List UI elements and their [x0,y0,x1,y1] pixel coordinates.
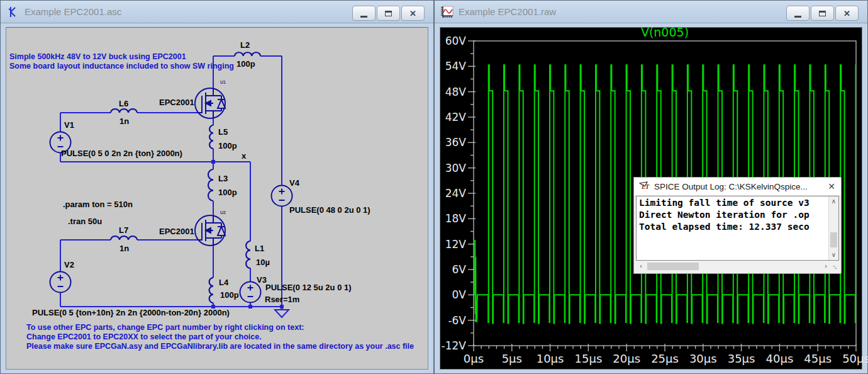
svg-text:LT: LT [641,183,650,190]
waveform-titlebar[interactable]: Example EPC2001.raw ✕ [435,1,867,23]
vertical-scrollbar-thumb[interactable] [830,232,837,247]
scroll-left-icon[interactable]: ‹ [636,261,646,271]
close-button[interactable]: ✕ [401,6,425,21]
spice-output-log-dialog[interactable]: LT SPICE Output Log: C:\KSKelvinQspice..… [633,177,842,274]
maximize-button[interactable] [811,6,834,21]
dialog-close-icon[interactable]: ✕ [828,182,835,191]
horizontal-scrollbar[interactable]: ‹ › [636,261,839,271]
schematic-canvas[interactable] [6,27,428,370]
scroll-right-icon[interactable]: › [821,261,831,271]
dialog-titlebar[interactable]: LT SPICE Output Log: C:\KSKelvinQspice..… [634,178,841,196]
resize-grip[interactable] [831,261,839,271]
desktop: Example EPC2001.asc ✕ Simple 500kHz 48V … [0,0,868,374]
close-icon: ✕ [409,9,416,18]
horizontal-scrollbar-thumb[interactable] [647,263,699,270]
schematic-frame [1,24,433,373]
minimize-icon [360,16,367,18]
log-line: Limiting fall time of source v3 [639,197,827,209]
vertical-scrollbar[interactable]: ∧ ∨ [828,196,838,260]
minimize-button[interactable] [786,6,810,21]
scroll-up-icon[interactable]: ∧ [829,197,838,206]
log-line: Total elapsed time: 12.337 seco [639,221,827,233]
schematic-file-icon [7,6,19,18]
schematic-window: Example EPC2001.asc ✕ Simple 500kHz 48V … [0,0,434,374]
waveform-window: Example EPC2001.raw ✕ 60V54V48V42V36V30V… [434,0,868,374]
maximize-icon [819,11,826,16]
window-title: Example EPC2001.asc [25,6,121,17]
minimize-icon [794,16,801,18]
dialog-title: SPICE Output Log: C:\KSKelvinQspice... [654,182,823,191]
ltspice-icon: LT [639,181,650,192]
log-line: Direct Newton iteration for .op [639,209,827,221]
minimize-button[interactable] [352,6,376,21]
scroll-down-icon[interactable]: ∨ [829,251,838,259]
window-title: Example EPC2001.raw [459,6,556,17]
log-text-area[interactable]: Limiting fall time of source v3 Direct N… [637,196,828,260]
close-button[interactable]: ✕ [835,6,859,21]
waveform-file-icon [441,6,453,18]
close-icon: ✕ [843,9,850,18]
maximize-icon [385,11,392,16]
schematic-titlebar[interactable]: Example EPC2001.asc ✕ [1,1,433,23]
maximize-button[interactable] [377,6,400,21]
